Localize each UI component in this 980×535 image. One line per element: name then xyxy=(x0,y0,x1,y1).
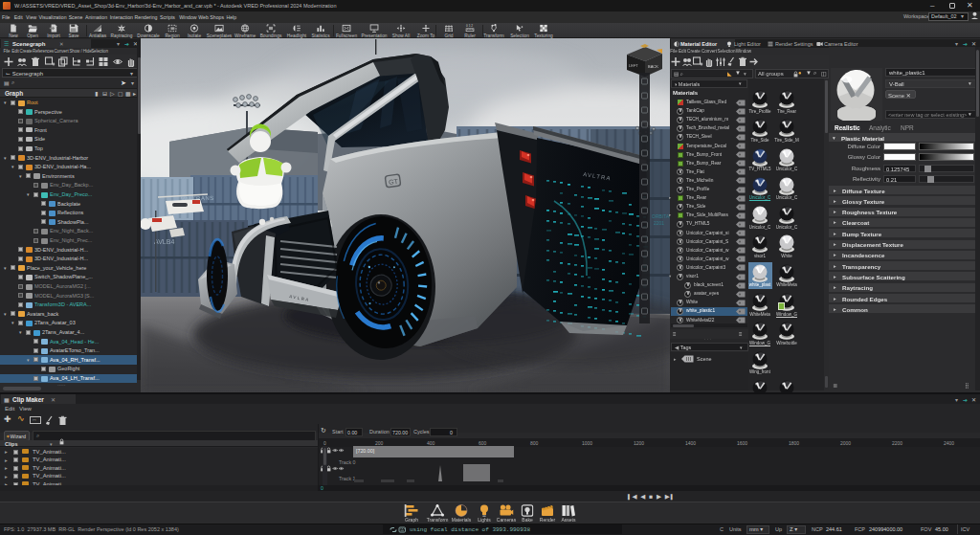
svg-text:BACK: BACK xyxy=(648,64,658,69)
svg-text:GT: GT xyxy=(389,178,399,186)
svg-text:LEFT: LEFT xyxy=(629,63,638,68)
svg-text:AVLB4: AVLB4 xyxy=(154,238,174,245)
svg-text:0 1 2: 0 1 2 xyxy=(466,24,473,28)
